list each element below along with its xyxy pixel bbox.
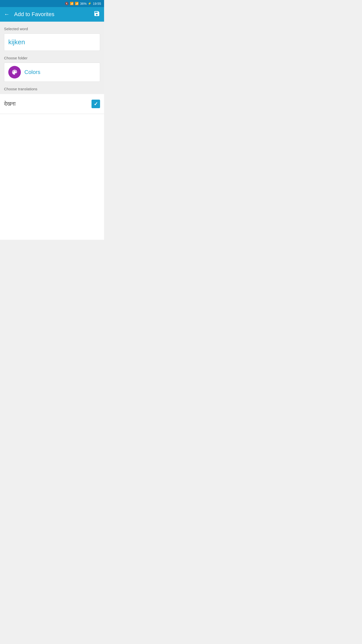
choose-folder-label: Choose folder — [4, 56, 100, 60]
palette-icon — [11, 69, 18, 75]
translation-item: देखना ✓ — [0, 94, 104, 114]
status-bar: 🔇 📶 📶 36% ⚡ 19:55 — [0, 0, 104, 7]
choose-translations-section: Choose translations — [4, 87, 100, 94]
checkmark-icon: ✓ — [94, 101, 98, 107]
folder-name-text: Colors — [24, 69, 40, 75]
selected-word-section: Selected word kijken — [4, 27, 100, 51]
signal-icon: 📶 — [75, 2, 79, 5]
page-title: Add to Favorites — [14, 11, 54, 18]
app-bar-left: ← Add to Favorites — [4, 11, 54, 18]
selected-word-text: kijken — [8, 38, 25, 46]
selected-word-label: Selected word — [4, 27, 100, 31]
choose-translations-label: Choose translations — [4, 87, 100, 94]
save-button[interactable] — [94, 10, 100, 18]
translation-text: देखना — [4, 101, 16, 107]
clock: 19:55 — [93, 2, 101, 6]
folder-icon-circle — [8, 66, 21, 78]
folder-selector[interactable]: Colors — [4, 63, 100, 82]
battery-icon: ⚡ — [88, 2, 92, 5]
battery-percent: 36% — [80, 2, 86, 6]
wifi-icon: 📶 — [70, 2, 74, 5]
selected-word-box: kijken — [4, 33, 100, 51]
back-button[interactable]: ← — [4, 11, 10, 18]
mute-icon: 🔇 — [65, 2, 69, 5]
choose-folder-section: Choose folder Colors — [4, 56, 100, 82]
app-bar: ← Add to Favorites — [0, 7, 104, 22]
content-area: Selected word kijken Choose folder Color… — [0, 22, 104, 94]
translation-checkbox[interactable]: ✓ — [92, 100, 100, 108]
bottom-area — [0, 114, 104, 240]
status-icons: 🔇 📶 📶 36% ⚡ 19:55 — [65, 2, 101, 6]
translations-list: देखना ✓ — [0, 94, 104, 114]
